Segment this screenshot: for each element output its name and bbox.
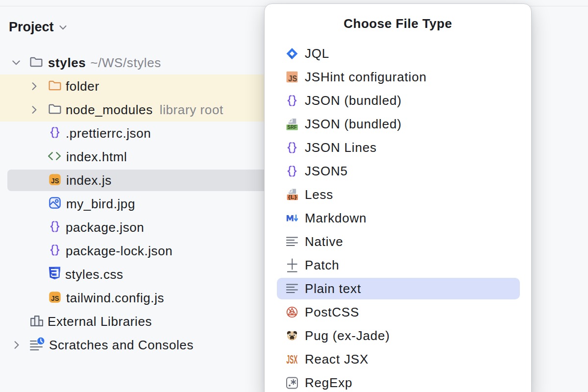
svg-text:SRF: SRF — [288, 124, 297, 130]
svg-text:JS: JS — [288, 74, 297, 83]
svg-text:{L}: {L} — [288, 194, 297, 200]
svg-text:JS: JS — [51, 176, 59, 184]
svg-text:JSX: JSX — [287, 354, 298, 364]
svg-text:JS: JS — [51, 294, 59, 302]
